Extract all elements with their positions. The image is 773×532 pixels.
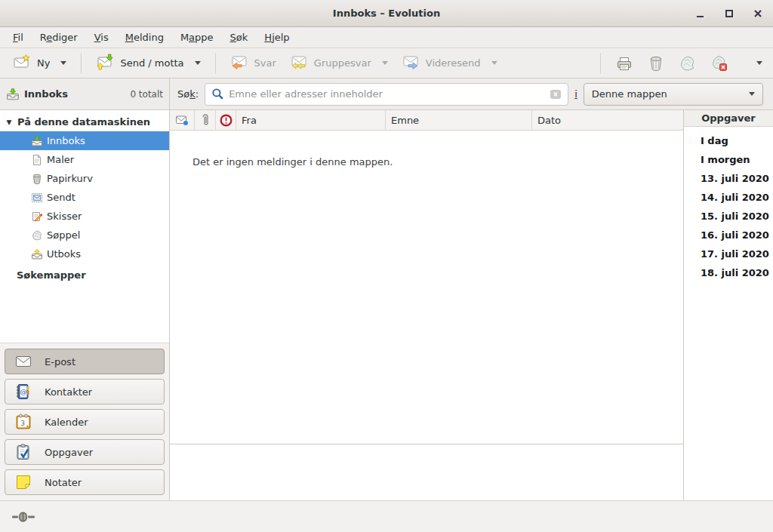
folder-utboks[interactable]: Utboks xyxy=(0,244,169,263)
empty-folder-message: Det er ingen meldinger i denne mappen. xyxy=(192,156,393,168)
folder-papirkurv[interactable]: Papirkurv xyxy=(0,169,169,188)
column-emne[interactable]: Emne xyxy=(386,110,532,130)
folder-maler[interactable]: Maler xyxy=(0,150,169,169)
task-date-item[interactable]: 14. juli 2020 xyxy=(701,188,773,207)
group-reply-label: Gruppesvar xyxy=(314,57,371,69)
send-receive-button[interactable]: Send / motta xyxy=(89,49,207,77)
column-priority[interactable] xyxy=(216,110,236,130)
tree-root-on-this-computer[interactable]: ▼ På denne datamaskinen xyxy=(0,112,169,131)
svg-text:@: @ xyxy=(20,388,27,395)
menu-rediger[interactable]: Rediger xyxy=(32,29,86,46)
close-icon xyxy=(753,8,763,19)
switcher-notes-button[interactable]: Notater xyxy=(5,469,165,495)
preview-pane xyxy=(170,444,683,500)
printer-icon xyxy=(615,54,633,72)
tasks-header: Oppgaver xyxy=(684,110,773,127)
switcher-tasks-button[interactable]: Oppgaver xyxy=(5,439,165,465)
forward-icon xyxy=(402,53,420,73)
tasks-icon xyxy=(14,443,32,461)
tasks-sidebar: Oppgaver I dag I morgen 13. juli 2020 14… xyxy=(683,110,773,500)
send-receive-label: Send / motta xyxy=(120,57,183,69)
task-date-item[interactable]: 15. juli 2020 xyxy=(701,207,773,226)
menubar: Fil Rediger Vis Melding Mappe Søk Hjelp xyxy=(0,27,773,48)
switcher-calendar-button[interactable]: 3 Kalender xyxy=(5,409,165,435)
trash-icon xyxy=(647,54,665,72)
task-date-item[interactable]: 18. juli 2020 xyxy=(701,263,773,282)
maximize-button[interactable] xyxy=(720,5,738,23)
calendar-icon: 3 xyxy=(14,413,32,431)
view-switcher: E-post @ xyxy=(0,343,169,500)
content: ▼ På denne datamaskinen Innboks xyxy=(0,110,773,500)
task-date-item[interactable]: 13. juli 2020 xyxy=(701,169,773,188)
new-message-button[interactable]: Ny xyxy=(6,49,73,77)
new-dropdown-icon xyxy=(60,61,66,65)
menu-fil[interactable]: Fil xyxy=(5,29,32,46)
new-message-label: Ny xyxy=(37,57,50,69)
toolbar: Ny Send / motta xyxy=(0,48,773,78)
forward-button[interactable]: Videresend xyxy=(395,49,504,77)
task-date-item[interactable]: 16. juli 2020 xyxy=(701,226,773,244)
maximize-icon xyxy=(724,8,735,19)
task-date-item[interactable]: I dag xyxy=(701,131,773,150)
outbox-icon xyxy=(30,248,43,260)
folder-sendt[interactable]: Sendt xyxy=(0,188,169,207)
close-button[interactable] xyxy=(749,5,767,23)
minimize-icon xyxy=(695,8,706,19)
print-button[interactable] xyxy=(608,51,640,76)
switcher-contacts-button[interactable]: @ Kontakter xyxy=(5,379,165,404)
tree-root-search-folders[interactable]: Søkemapper xyxy=(0,266,169,284)
switcher-mail-button[interactable]: E-post xyxy=(5,349,165,374)
menu-mappe[interactable]: Mappe xyxy=(172,29,222,46)
mail-icon xyxy=(14,352,32,371)
inbox-icon xyxy=(30,134,43,147)
column-fra[interactable]: Fra xyxy=(236,110,386,130)
svg-text:3: 3 xyxy=(20,420,25,427)
reply-button[interactable]: Svar xyxy=(223,49,283,77)
forward-label: Videresend xyxy=(426,57,481,69)
junk-button[interactable] xyxy=(672,51,704,76)
search-entry xyxy=(205,83,568,106)
folder-soppel[interactable]: Søppel xyxy=(0,226,169,244)
toolbar-separator xyxy=(600,53,601,74)
menu-hjelp[interactable]: Hjelp xyxy=(256,29,297,46)
inbox-icon xyxy=(6,88,20,101)
search-scope-label: i xyxy=(574,88,577,100)
send-receive-dropdown-icon xyxy=(195,61,201,65)
templates-icon xyxy=(30,153,43,166)
search-icon xyxy=(211,88,224,100)
delete-button[interactable] xyxy=(640,51,672,76)
column-dato[interactable]: Dato xyxy=(532,110,683,130)
minimize-button[interactable] xyxy=(691,5,710,23)
expander-icon[interactable]: ▼ xyxy=(5,118,14,127)
menu-sok[interactable]: Søk xyxy=(222,29,257,46)
message-list-header: Fra Emne Dato xyxy=(170,110,683,131)
junk-icon xyxy=(679,54,697,72)
clear-search-icon[interactable] xyxy=(550,88,562,100)
folder-innboks[interactable]: Innboks xyxy=(0,131,169,150)
priority-icon xyxy=(220,114,233,127)
search-input[interactable] xyxy=(229,88,545,100)
reply-icon xyxy=(230,53,248,73)
menu-vis[interactable]: Vis xyxy=(86,29,117,46)
column-attachment[interactable] xyxy=(195,110,216,130)
task-date-item[interactable]: I morgen xyxy=(701,150,773,169)
task-date-item[interactable]: 17. juli 2020 xyxy=(701,244,773,263)
message-list-pane: Fra Emne Dato Det er ingen meldinger i d… xyxy=(170,110,683,500)
online-status-icon[interactable] xyxy=(12,511,35,523)
titlebar: Innboks – Evolution xyxy=(0,0,773,27)
attachment-icon xyxy=(200,114,211,127)
reply-label: Svar xyxy=(254,57,276,69)
menu-melding[interactable]: Melding xyxy=(117,29,172,46)
tasks-list: I dag I morgen 13. juli 2020 14. juli 20… xyxy=(684,127,773,282)
folder-sidebar: ▼ På denne datamaskinen Innboks xyxy=(0,110,170,500)
toolbar-overflow-icon[interactable] xyxy=(756,61,762,65)
folder-skisser[interactable]: Skisser xyxy=(0,207,169,226)
read-status-icon xyxy=(175,114,189,126)
not-junk-button[interactable] xyxy=(704,51,735,76)
message-list-body[interactable]: Det er ingen meldinger i denne mappen. xyxy=(170,131,683,444)
current-folder-name: Innboks xyxy=(24,88,68,100)
search-scope-combo[interactable]: Denne mappen xyxy=(584,83,763,106)
column-read-status[interactable] xyxy=(170,110,195,130)
send-receive-icon xyxy=(96,53,114,73)
group-reply-button[interactable]: Gruppesvar xyxy=(283,49,395,77)
